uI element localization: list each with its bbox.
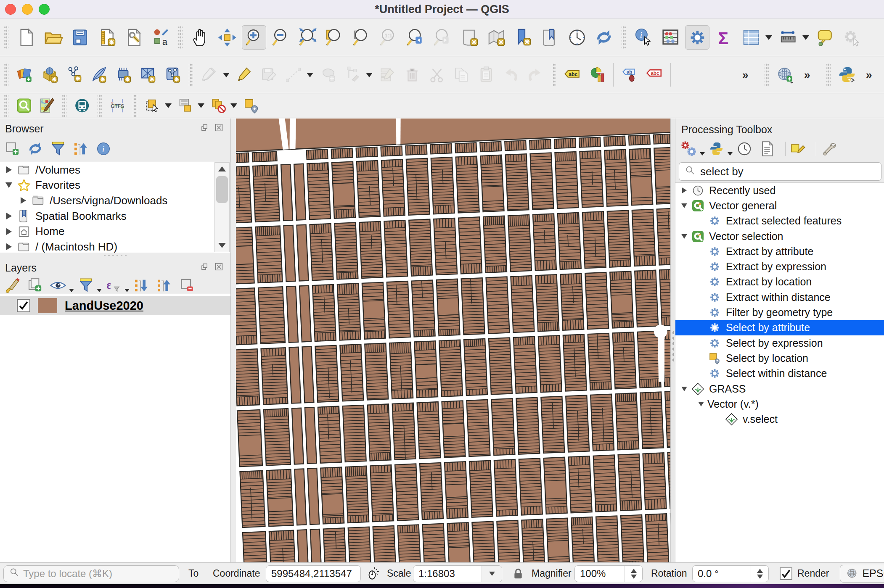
show-unplaced-labels-button[interactable]: abc xyxy=(643,63,665,86)
toolbar-drag-handle[interactable] xyxy=(4,95,8,117)
chevron-down-icon[interactable] xyxy=(482,566,502,582)
measure-dropdown-arrow[interactable] xyxy=(802,35,809,40)
nominatim-search-button[interactable] xyxy=(14,96,34,116)
project-new-button[interactable] xyxy=(14,25,38,50)
processing-item-select-by-expression[interactable]: Select by expression xyxy=(675,335,884,351)
identify-features-button[interactable]: i xyxy=(631,25,656,50)
render-checkbox[interactable] xyxy=(780,567,792,580)
processing-item-select-by-attribute[interactable]: Select by attribute xyxy=(675,320,884,335)
zoom-in-button[interactable] xyxy=(242,25,266,50)
open-layer-styling-button[interactable] xyxy=(4,277,21,294)
chevron-down-icon[interactable] xyxy=(698,402,704,406)
chevron-down-icon[interactable] xyxy=(681,234,687,239)
processing-item-extract-by-location[interactable]: Extract by location xyxy=(675,274,884,290)
style-manager-button[interactable]: a xyxy=(148,25,173,50)
filter-by-expression-button[interactable]: ε xyxy=(105,277,122,294)
browser-item-macintosh-hd[interactable]: / (Macintosh HD) xyxy=(0,239,230,253)
processing-item-select-by-location[interactable]: Select by location xyxy=(675,351,884,366)
processing-item-select-within-distance[interactable]: Select within distance xyxy=(675,366,884,381)
browser-item-home[interactable]: Home xyxy=(0,224,230,239)
layer-row-landuse2020[interactable]: LandUse2020 xyxy=(0,296,230,315)
pan-to-selection-button[interactable] xyxy=(215,25,239,50)
processing-item-extract-by-expression[interactable]: Extract by expression xyxy=(675,259,884,274)
layers-close-button[interactable] xyxy=(213,261,225,272)
new-map-view-button[interactable] xyxy=(457,25,482,50)
spinner-arrows[interactable] xyxy=(751,566,768,582)
pin-labels-button[interactable]: ab xyxy=(619,63,641,86)
locator-input[interactable] xyxy=(23,568,170,580)
processing-item-vector-general[interactable]: Vector general xyxy=(675,198,884,213)
python-console-button[interactable] xyxy=(836,63,858,86)
show-spatial-bookmarks-button[interactable] xyxy=(538,25,562,50)
toolbar-overflow-2-button[interactable]: » xyxy=(799,63,821,86)
processing-scripts-button[interactable] xyxy=(708,140,725,157)
processing-toolbox-toggle-button[interactable] xyxy=(685,25,709,50)
locator-bar[interactable] xyxy=(3,565,179,582)
new-3d-map-view-button[interactable] xyxy=(484,25,508,50)
filter-legend-button[interactable] xyxy=(77,277,94,294)
new-geopackage-layer-button[interactable] xyxy=(38,63,61,86)
filter-by-expression-dropdown-arrow[interactable] xyxy=(124,289,130,292)
browser-item-volumes[interactable]: /Volumes xyxy=(0,162,230,178)
layer-labeling-button[interactable]: abc xyxy=(561,63,584,86)
zoom-to-selection-button[interactable] xyxy=(349,25,374,50)
toolbar-drag-handle[interactable] xyxy=(765,63,769,86)
processing-item-extract-selected-features[interactable]: Extract selected features xyxy=(675,214,884,229)
deselect-all-dropdown-arrow[interactable] xyxy=(230,103,237,108)
select-features-by-value-dropdown-arrow[interactable] xyxy=(198,103,204,108)
chevron-right-icon[interactable] xyxy=(6,166,12,173)
browser-item-spatial-bookmarks[interactable]: Spatial Bookmarks xyxy=(0,208,230,224)
chevron-down-icon[interactable] xyxy=(681,203,687,208)
metasearch-button[interactable] xyxy=(774,63,797,86)
layer-diagram-button[interactable] xyxy=(586,63,608,86)
zoom-to-layer-button[interactable] xyxy=(323,25,347,50)
processing-item-filter-by-geometry-type[interactable]: Filter by geometry type xyxy=(675,305,884,320)
panel-splitter-vertical[interactable] xyxy=(670,119,675,562)
coordinate-field[interactable]: 5995484,2113547 xyxy=(266,565,361,582)
toolbar-overflow-1-button[interactable]: » xyxy=(737,63,760,86)
scale-combo[interactable]: 1:16803 xyxy=(413,565,502,582)
processing-scripts-dropdown-arrow[interactable] xyxy=(728,152,733,156)
add-group-button[interactable] xyxy=(27,277,44,294)
processing-options-button[interactable] xyxy=(820,140,837,157)
scroll-up-icon[interactable] xyxy=(215,163,229,175)
select-by-location-tool-button[interactable] xyxy=(241,96,261,116)
show-statistics-button[interactable]: Σ xyxy=(712,25,736,50)
map-tips-button[interactable] xyxy=(813,25,837,50)
new-grid-layer-button[interactable] xyxy=(137,63,159,86)
mouse-position-toggle-icon[interactable] xyxy=(366,566,381,581)
temporal-controller-button[interactable] xyxy=(565,25,589,50)
select-features-by-value-button[interactable] xyxy=(175,96,196,116)
new-gpx-layer-button[interactable] xyxy=(87,63,110,86)
panel-splitter-horizontal[interactable] xyxy=(0,253,230,258)
chevron-right-icon[interactable] xyxy=(682,187,686,193)
layers-float-button[interactable] xyxy=(199,261,210,272)
filter-legend-dropdown-arrow[interactable] xyxy=(97,289,102,292)
toolbar-drag-handle[interactable] xyxy=(622,26,626,49)
statistical-summary-button[interactable] xyxy=(658,25,683,50)
manage-map-themes-button[interactable] xyxy=(50,277,66,294)
toolbar-drag-handle[interactable] xyxy=(98,95,102,117)
lock-scale-icon[interactable] xyxy=(511,567,525,580)
chevron-right-icon[interactable] xyxy=(6,243,12,250)
processing-item-extract-within-distance[interactable]: Extract within distance xyxy=(675,290,884,305)
gtfs-loader-button[interactable]: GTFS xyxy=(107,96,127,116)
open-attribute-table-dropdown-arrow[interactable] xyxy=(765,35,772,40)
browser-scrollbar[interactable] xyxy=(214,162,230,252)
toolbar-drag-handle[interactable] xyxy=(189,63,193,86)
browser-item-users-vigna-downloads[interactable]: /Users/vigna/Downloads xyxy=(0,193,230,208)
processing-results-viewer-button[interactable] xyxy=(759,140,775,157)
processing-item-v-select[interactable]: v.select xyxy=(675,411,884,427)
select-features-dropdown-arrow[interactable] xyxy=(165,103,172,108)
chevron-right-icon[interactable] xyxy=(6,228,12,235)
edit-features-in-place-button[interactable] xyxy=(789,140,806,157)
processing-history-button[interactable] xyxy=(736,140,753,157)
pan-map-button[interactable] xyxy=(188,25,212,50)
add-selected-layers-button[interactable] xyxy=(4,140,21,157)
processing-item-vector-selection[interactable]: Vector selection xyxy=(675,229,884,244)
new-mesh-layer-button[interactable] xyxy=(112,63,135,86)
filter-browser-button[interactable] xyxy=(50,140,66,157)
new-virtual-layer-button[interactable] xyxy=(161,63,184,86)
new-shapefile-layer-button[interactable] xyxy=(63,63,85,86)
quickmapservices-button[interactable] xyxy=(37,96,57,116)
